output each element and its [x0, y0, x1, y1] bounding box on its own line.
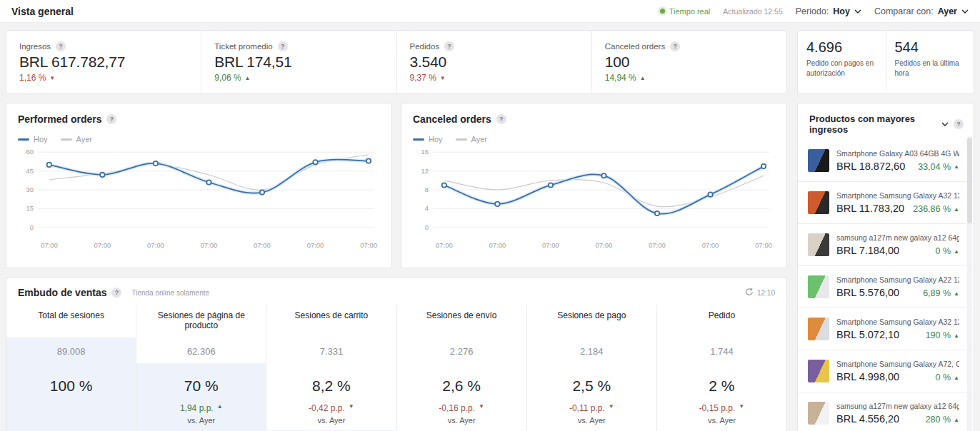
- funnel-col-header: Sesiones de carrito: [266, 305, 396, 338]
- trend-arrow-icon: ▲: [954, 375, 959, 381]
- funnel-col-header: Total de sesiones: [6, 305, 136, 338]
- kpi-value: 3.540: [410, 54, 579, 71]
- product-price: BRL 18.872,60: [836, 161, 905, 172]
- legend-item-hoy: Hoy: [413, 135, 443, 143]
- product-thumbnail: [808, 318, 829, 340]
- compare-label: Comparar con:: [874, 6, 934, 16]
- chart-title: Performed orders: [18, 113, 101, 125]
- side-kpi-label: Pedido con pagos en autorización: [806, 59, 877, 78]
- line-chart: 01530456007:0007:0007:0007:0007:0007:000…: [18, 146, 380, 253]
- legend-swatch-yesterday: [456, 138, 467, 141]
- help-icon[interactable]: ?: [954, 119, 964, 129]
- list-item[interactable]: Smartphone Samsung Galaxy A32 12… BRL 11…: [798, 181, 974, 223]
- period-selector[interactable]: Periodo: Hoy: [796, 6, 861, 16]
- funnel-value: 89.008: [6, 346, 136, 357]
- compare-value: Ayer: [938, 6, 957, 16]
- svg-text:07:00: 07:00: [360, 241, 377, 249]
- svg-text:07:00: 07:00: [307, 241, 324, 249]
- funnel-percent: 100 %: [6, 377, 136, 395]
- scrollbar-thumb[interactable]: [967, 138, 972, 223]
- funnel-cell-content: 1.744 2 % -0,15 p.p. ▼ vs. Ayer: [657, 338, 786, 431]
- funnel-value: 2.184: [527, 346, 656, 357]
- svg-text:07:00: 07:00: [702, 241, 719, 249]
- help-icon[interactable]: ?: [670, 41, 680, 51]
- compare-selector[interactable]: Comparar con: Ayer: [874, 6, 969, 16]
- help-icon[interactable]: ?: [496, 114, 506, 124]
- product-thumbnail: [808, 360, 829, 382]
- products-title: Productos con mayores ingresos: [809, 113, 937, 135]
- list-item[interactable]: samsung a127m new galaxy a12 64gb… BRL 4…: [798, 392, 974, 431]
- list-item[interactable]: Smartphone Samsung Galaxy A32 12… BRL 5.…: [798, 308, 974, 350]
- kpi-ticket-promedio: Ticket promedio ? BRL 174,51 9,06 % ▲: [201, 31, 396, 93]
- legend-label: Hoy: [34, 135, 48, 143]
- list-item[interactable]: Smartphone Samsung Galaxy A22 12… BRL 5.…: [798, 265, 974, 308]
- topbar: Vista general Tiempo real Actualizado 12…: [0, 0, 980, 23]
- svg-text:07:00: 07:00: [94, 241, 111, 249]
- trend-arrow-icon: ▼: [609, 403, 614, 413]
- funnel-vs-label: vs. Ayer: [136, 416, 266, 425]
- funnel-subtitle: Tienda online solamente: [131, 289, 209, 297]
- svg-text:8: 8: [425, 186, 429, 193]
- product-thumbnail: [808, 191, 829, 214]
- funnel-delta-value: -0,16 p.p.: [439, 403, 475, 413]
- kpi-value: BRL 174,51: [214, 54, 383, 71]
- product-thumbnail: [808, 275, 829, 298]
- svg-text:15: 15: [26, 204, 34, 212]
- trend-arrow-icon: ▲: [217, 403, 223, 413]
- funnel-vs-label: vs. Ayer: [266, 416, 396, 425]
- product-delta: 0 % ▲: [936, 246, 959, 256]
- svg-text:0: 0: [425, 223, 429, 231]
- kpi-pedidos: Pedidos ? 3.540 9,37 % ▼: [396, 31, 591, 93]
- product-delta-value: 190 %: [926, 330, 951, 340]
- funnel-value: 2.276: [397, 346, 526, 357]
- funnel-cell-content: 7.331 8,2 % -0,42 p.p. ▼ vs. Ayer: [266, 338, 396, 431]
- funnel-vs-label: vs. Ayer: [657, 416, 786, 425]
- product-price: BRL 4.556,20: [836, 413, 899, 425]
- svg-text:07:00: 07:00: [254, 241, 271, 249]
- product-thumbnail: [808, 402, 829, 425]
- funnel-delta-value: -0,15 p.p.: [699, 403, 736, 413]
- list-item[interactable]: samsung a127m new galaxy a12 64gb… BRL 7…: [798, 223, 974, 265]
- funnel-delta: -0,42 p.p. ▼: [266, 403, 396, 413]
- funnel-delta: -0,11 p.p. ▼: [527, 403, 656, 413]
- kpi-label: Ticket promedio: [214, 42, 272, 51]
- chevron-down-icon[interactable]: [941, 122, 949, 126]
- scrollbar[interactable]: [967, 136, 972, 431]
- product-info: Smartphone Samsung Galaxy A32 12… BRL 11…: [836, 191, 959, 214]
- funnel-col-header: Pedido: [656, 305, 786, 338]
- help-icon[interactable]: ?: [111, 288, 121, 298]
- kpi-label-row: Pedidos ?: [410, 41, 579, 51]
- kpi-delta: 14,94 % ▲: [605, 73, 774, 83]
- realtime-dot-icon: [660, 9, 665, 14]
- funnel-delta-value: -0,11 p.p.: [569, 403, 605, 413]
- trend-arrow-icon: ▼: [479, 403, 484, 413]
- list-item[interactable]: Smartphone Galaxy A03 64GB 4G Wi-… BRL 1…: [798, 139, 974, 181]
- trend-arrow-icon: ▼: [739, 403, 744, 413]
- product-info: samsung a127m new galaxy a12 64gb… BRL 7…: [836, 233, 959, 256]
- refresh-control[interactable]: 12:10: [745, 288, 775, 298]
- chevron-down-icon: [854, 9, 861, 14]
- help-icon[interactable]: ?: [278, 41, 288, 51]
- help-icon[interactable]: ?: [444, 41, 454, 51]
- kpi-delta-value: 9,37 %: [410, 73, 436, 83]
- right-column: 4.696 Pedido con pagos en autorización 5…: [797, 30, 974, 431]
- page-title: Vista general: [11, 6, 74, 17]
- help-icon[interactable]: ?: [56, 41, 66, 51]
- product-name: Smartphone Samsung Galaxy A32 12…: [836, 318, 959, 326]
- funnel-title: Embudo de ventas: [18, 287, 106, 298]
- product-bottom-row: BRL 4.556,20 280 % ▲: [836, 413, 959, 425]
- list-item[interactable]: Smartphone Samsung Galaxy A72, C… BRL 4.…: [798, 350, 974, 392]
- side-kpi-autorizacion: 4.696 Pedido con pagos en autorización: [798, 31, 886, 93]
- product-thumbnail: [808, 149, 829, 172]
- funnel-col-header: Sesiones de envío: [396, 305, 526, 338]
- chart-legend: Hoy Ayer: [18, 135, 380, 143]
- legend-label: Ayer: [76, 135, 92, 143]
- help-icon[interactable]: ?: [106, 114, 116, 124]
- chart-legend: Hoy Ayer: [413, 135, 775, 143]
- kpi-label-row: Ticket promedio ?: [214, 41, 383, 51]
- product-name: Smartphone Samsung Galaxy A72, C…: [836, 360, 959, 368]
- funnel-delta: 1,94 p.p. ▲: [136, 403, 266, 413]
- realtime-status: Tiempo real: [660, 7, 711, 16]
- product-delta: 33,04 % ▲: [918, 162, 959, 172]
- funnel-delta-value: 1,94 p.p.: [180, 403, 214, 413]
